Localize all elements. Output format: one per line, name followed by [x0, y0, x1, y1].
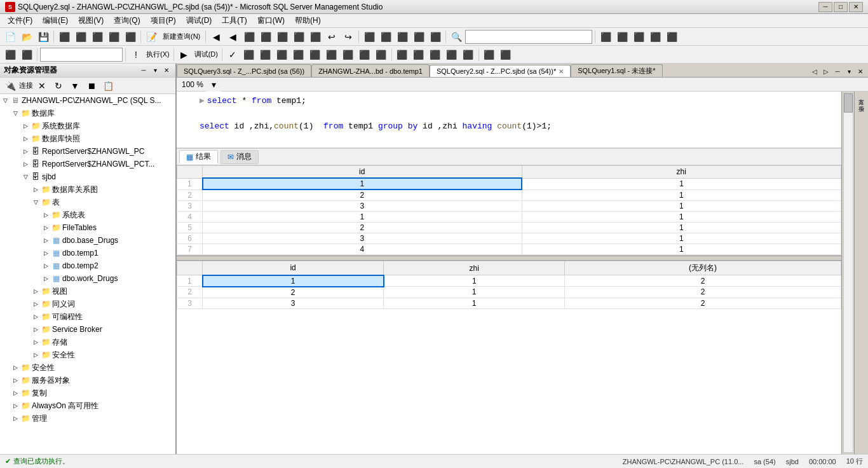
tb-btn10[interactable]: ⬛: [275, 30, 290, 44]
table-row[interactable]: 3312: [177, 298, 841, 308]
result-tab-messages[interactable]: ✉ 消息: [220, 150, 259, 164]
tab-sqlquery1[interactable]: SQLQuery1.sql - 未连接*: [571, 64, 662, 77]
table-row[interactable]: 2212: [177, 287, 841, 298]
disconnect-btn[interactable]: ✕: [34, 79, 50, 93]
qt-btn7[interactable]: ⬛: [258, 48, 273, 62]
rs2-expander[interactable]: ▷: [20, 159, 31, 169]
tree-base-drugs[interactable]: ▷ ▦ dbo.base_Drugs: [0, 234, 175, 247]
sec-in-expander[interactable]: ▷: [31, 350, 41, 360]
ao-expander[interactable]: ▷: [10, 401, 20, 411]
t2-expander[interactable]: ▷: [41, 261, 51, 271]
systbl-expander[interactable]: ▷: [41, 210, 51, 220]
syn-expander[interactable]: ▷: [31, 299, 41, 309]
tree-synonyms[interactable]: ▷ 📁 同义词: [0, 298, 175, 310]
panel-close-btn[interactable]: ✕: [161, 65, 172, 76]
tb-btn8[interactable]: ⬛: [241, 30, 257, 44]
tree-diagrams[interactable]: ▷ 📁 数据库关系图: [0, 183, 175, 196]
tree-databases[interactable]: ▽ 📁 数据库: [0, 107, 175, 120]
menu-project[interactable]: 项目(P): [146, 14, 181, 27]
tree-root[interactable]: ▽ 🖥 ZHANGWL-PC\ZHANGWL_PC (SQL S...: [0, 94, 175, 107]
tree-alwayson[interactable]: ▷ 📁 AlwaysOn 高可用性: [0, 399, 175, 412]
qt-btn20[interactable]: ⬛: [482, 48, 497, 62]
qt-btn5[interactable]: ✓: [225, 48, 240, 62]
window-controls[interactable]: ─ □ ✕: [818, 2, 863, 12]
tb-btn17[interactable]: ⬛: [395, 30, 410, 44]
tb-btn11[interactable]: ⬛: [291, 30, 306, 44]
save-btn[interactable]: 💾: [36, 30, 51, 44]
new-query-btn[interactable]: 📝: [144, 30, 159, 44]
tab-close-btn[interactable]: ✕: [559, 68, 564, 75]
table-row[interactable]: 331: [177, 201, 841, 212]
tb-btn9[interactable]: ⬛: [258, 30, 273, 44]
sjbd-expander[interactable]: ▽: [20, 172, 31, 182]
menu-file[interactable]: 文件(F): [3, 14, 37, 27]
rs1-expander[interactable]: ▷: [20, 146, 31, 156]
execute-label[interactable]: 执行(X): [145, 50, 171, 59]
refresh-btn[interactable]: ↻: [51, 79, 66, 93]
menu-edit[interactable]: 编辑(E): [37, 14, 73, 27]
db-expander[interactable]: ▽: [10, 108, 20, 118]
qt-btn1[interactable]: ⬛: [3, 48, 18, 62]
so-expander[interactable]: ▷: [10, 375, 20, 385]
tree-work-drugs[interactable]: ▷ ▦ dbo.work_Drugs: [0, 272, 175, 285]
tab-scroll-right[interactable]: ▷: [821, 66, 831, 76]
bd-expander[interactable]: ▷: [41, 235, 51, 245]
qt-btn13[interactable]: ⬛: [357, 48, 372, 62]
filter-btn[interactable]: ▼: [67, 79, 83, 93]
maximize-button[interactable]: □: [834, 2, 848, 12]
tab-sqlquery3[interactable]: SQLQuery3.sql - Z_...PC.sjbd (sa (56)): [177, 64, 311, 77]
tree-views[interactable]: ▷ 📁 视图: [0, 285, 175, 298]
qt-btn15[interactable]: ⬛: [395, 48, 410, 62]
tb-btn21[interactable]: ⬛: [614, 30, 630, 44]
tb-btn7[interactable]: ◀: [225, 30, 240, 44]
tree-security-inner[interactable]: ▷ 📁 安全性: [0, 348, 175, 361]
debug-label[interactable]: 调试(D): [193, 50, 219, 59]
menu-query[interactable]: 查询(Q): [109, 14, 145, 27]
tb-btn18[interactable]: ⬛: [411, 30, 426, 44]
menu-tools[interactable]: 工具(T): [217, 14, 252, 27]
tab-sqlquery2[interactable]: SQLQuery2.sql - Z...PC.sjbd (sa (54))* ✕: [430, 65, 571, 78]
sb-expander[interactable]: ▷: [31, 324, 41, 334]
rep-expander[interactable]: ▷: [10, 388, 20, 398]
close-button[interactable]: ✕: [849, 2, 863, 12]
tree-security[interactable]: ▷ 📁 安全性: [0, 361, 175, 374]
tree-replication[interactable]: ▷ 📁 复制: [0, 387, 175, 399]
qt-btn19[interactable]: ⬛: [461, 48, 476, 62]
qt-btn6[interactable]: ⬛: [241, 48, 257, 62]
database-selector[interactable]: sjbd: [40, 48, 123, 62]
table-row[interactable]: 1112: [177, 275, 841, 287]
toolbar-btn3[interactable]: ⬛: [90, 30, 105, 44]
connect-label[interactable]: 连接: [19, 81, 33, 90]
ftbl-expander[interactable]: ▷: [41, 223, 51, 233]
wd-expander[interactable]: ▷: [41, 273, 51, 284]
qt-btn18[interactable]: ⬛: [444, 48, 459, 62]
new-btn[interactable]: 📄: [3, 30, 18, 44]
toolbar-btn4[interactable]: ⬛: [106, 30, 121, 44]
tab-dropdown[interactable]: ▾: [844, 66, 854, 76]
qt-btn17[interactable]: ⬛: [428, 48, 443, 62]
tree-snapshots[interactable]: ▷ 📁 数据库快照: [0, 132, 175, 145]
sql-editor[interactable]: ▶ select * from temp1; select id ,zhi,co…: [177, 92, 841, 149]
qt-btn4[interactable]: ▶: [177, 48, 192, 62]
tree-server-objects[interactable]: ▷ 📁 服务器对象: [0, 374, 175, 387]
prog-expander[interactable]: ▷: [31, 312, 41, 322]
properties-btn[interactable]: 📋: [100, 79, 116, 93]
t1-expander[interactable]: ▷: [41, 248, 51, 258]
tb-btn15[interactable]: ⬛: [362, 30, 377, 44]
menu-window[interactable]: 窗口(W): [252, 14, 290, 27]
tab-pin[interactable]: ─: [832, 66, 843, 76]
mgmt-expander[interactable]: ▷: [10, 413, 20, 423]
tree-temp2[interactable]: ▷ ▦ dbo.temp2: [0, 259, 175, 272]
tab-scroll-left[interactable]: ◁: [810, 66, 820, 76]
tree-prog[interactable]: ▷ 📁 可编程性: [0, 310, 175, 323]
diag-expander[interactable]: ▷: [31, 184, 41, 195]
tree-rs1[interactable]: ▷ 🗄 ReportServer$ZHANGWL_PC: [0, 145, 175, 158]
toolbar-btn5[interactable]: ⬛: [123, 30, 138, 44]
qt-btn2[interactable]: ⬛: [19, 48, 34, 62]
tree-system-db[interactable]: ▷ 📁 系统数据库: [0, 120, 175, 132]
tree-storage[interactable]: ▷ 📁 存储: [0, 336, 175, 348]
tb-btn22[interactable]: ⬛: [631, 30, 646, 44]
qt-btn14[interactable]: ⬛: [374, 48, 389, 62]
tb-btn6[interactable]: ◀: [208, 30, 224, 44]
panel-dropdown-btn[interactable]: ▾: [150, 65, 160, 76]
